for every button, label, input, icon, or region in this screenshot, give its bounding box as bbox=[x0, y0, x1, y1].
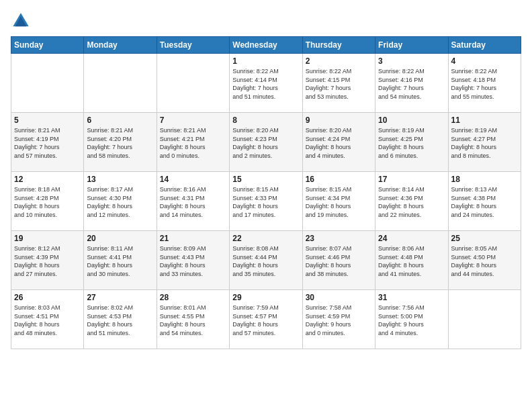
day-info: Sunrise: 8:20 AM Sunset: 4:24 PM Dayligh… bbox=[306, 126, 372, 160]
day-info: Sunrise: 8:13 AM Sunset: 4:38 PM Dayligh… bbox=[451, 185, 518, 219]
week-row-4: 26Sunrise: 8:03 AM Sunset: 4:51 PM Dayli… bbox=[11, 290, 521, 349]
calendar-cell: 19Sunrise: 8:12 AM Sunset: 4:39 PM Dayli… bbox=[11, 231, 84, 290]
calendar-cell: 3Sunrise: 8:22 AM Sunset: 4:16 PM Daylig… bbox=[375, 54, 448, 113]
calendar-cell: 21Sunrise: 8:09 AM Sunset: 4:43 PM Dayli… bbox=[157, 231, 229, 290]
calendar-cell: 15Sunrise: 8:15 AM Sunset: 4:33 PM Dayli… bbox=[230, 172, 302, 231]
day-number: 23 bbox=[306, 234, 372, 243]
day-number: 6 bbox=[87, 116, 153, 125]
calendar-cell: 25Sunrise: 8:05 AM Sunset: 4:50 PM Dayli… bbox=[448, 231, 521, 290]
day-info: Sunrise: 8:21 AM Sunset: 4:19 PM Dayligh… bbox=[14, 126, 81, 160]
day-number: 1 bbox=[232, 56, 299, 66]
calendar: SundayMondayTuesdayWednesdayThursdayFrid… bbox=[11, 36, 521, 349]
weekday-header-saturday: Saturday bbox=[448, 37, 521, 54]
calendar-cell: 18Sunrise: 8:13 AM Sunset: 4:38 PM Dayli… bbox=[448, 172, 521, 231]
day-info: Sunrise: 7:56 AM Sunset: 5:00 PM Dayligh… bbox=[378, 304, 445, 337]
day-number: 27 bbox=[87, 293, 153, 302]
calendar-cell: 12Sunrise: 8:18 AM Sunset: 4:28 PM Dayli… bbox=[11, 172, 84, 231]
calendar-cell: 9Sunrise: 8:20 AM Sunset: 4:24 PM Daylig… bbox=[302, 113, 375, 172]
day-number: 26 bbox=[14, 293, 81, 302]
day-info: Sunrise: 8:15 AM Sunset: 4:34 PM Dayligh… bbox=[306, 185, 372, 219]
calendar-cell: 11Sunrise: 8:19 AM Sunset: 4:27 PM Dayli… bbox=[448, 113, 521, 172]
day-number: 29 bbox=[232, 293, 299, 302]
day-info: Sunrise: 8:22 AM Sunset: 4:15 PM Dayligh… bbox=[306, 67, 372, 101]
day-number: 18 bbox=[451, 175, 518, 184]
calendar-cell: 28Sunrise: 8:01 AM Sunset: 4:55 PM Dayli… bbox=[157, 290, 229, 349]
calendar-cell: 13Sunrise: 8:17 AM Sunset: 4:30 PM Dayli… bbox=[84, 172, 157, 231]
calendar-cell: 17Sunrise: 8:14 AM Sunset: 4:36 PM Dayli… bbox=[375, 172, 448, 231]
week-row-0: 1Sunrise: 8:22 AM Sunset: 4:14 PM Daylig… bbox=[11, 54, 521, 113]
day-number: 30 bbox=[306, 293, 372, 302]
day-number: 31 bbox=[378, 293, 445, 302]
day-number: 14 bbox=[160, 175, 226, 184]
weekday-header-friday: Friday bbox=[375, 37, 448, 54]
week-row-3: 19Sunrise: 8:12 AM Sunset: 4:39 PM Dayli… bbox=[11, 231, 521, 290]
week-row-2: 12Sunrise: 8:18 AM Sunset: 4:28 PM Dayli… bbox=[11, 172, 521, 231]
weekday-header-tuesday: Tuesday bbox=[157, 37, 229, 54]
day-info: Sunrise: 8:07 AM Sunset: 4:46 PM Dayligh… bbox=[306, 244, 372, 278]
day-number: 28 bbox=[160, 293, 226, 302]
day-info: Sunrise: 8:19 AM Sunset: 4:27 PM Dayligh… bbox=[451, 126, 518, 160]
week-row-1: 5Sunrise: 8:21 AM Sunset: 4:19 PM Daylig… bbox=[11, 113, 521, 172]
calendar-cell: 8Sunrise: 8:20 AM Sunset: 4:23 PM Daylig… bbox=[230, 113, 302, 172]
calendar-cell: 14Sunrise: 8:16 AM Sunset: 4:31 PM Dayli… bbox=[157, 172, 229, 231]
day-number: 3 bbox=[378, 56, 445, 66]
logo bbox=[11, 11, 34, 31]
day-info: Sunrise: 8:15 AM Sunset: 4:33 PM Dayligh… bbox=[232, 185, 299, 219]
day-info: Sunrise: 8:09 AM Sunset: 4:43 PM Dayligh… bbox=[160, 244, 226, 278]
day-info: Sunrise: 8:06 AM Sunset: 4:48 PM Dayligh… bbox=[378, 244, 445, 278]
calendar-cell: 26Sunrise: 8:03 AM Sunset: 4:51 PM Dayli… bbox=[11, 290, 84, 349]
calendar-cell: 2Sunrise: 8:22 AM Sunset: 4:15 PM Daylig… bbox=[302, 54, 375, 113]
calendar-cell: 4Sunrise: 8:22 AM Sunset: 4:18 PM Daylig… bbox=[448, 54, 521, 113]
calendar-cell: 16Sunrise: 8:15 AM Sunset: 4:34 PM Dayli… bbox=[302, 172, 375, 231]
calendar-cell bbox=[11, 54, 84, 113]
day-number: 21 bbox=[160, 234, 226, 243]
day-info: Sunrise: 8:22 AM Sunset: 4:16 PM Dayligh… bbox=[378, 67, 445, 101]
calendar-cell: 7Sunrise: 8:21 AM Sunset: 4:21 PM Daylig… bbox=[157, 113, 229, 172]
day-info: Sunrise: 8:08 AM Sunset: 4:44 PM Dayligh… bbox=[232, 244, 299, 278]
page: SundayMondayTuesdayWednesdayThursdayFrid… bbox=[0, 0, 532, 411]
day-info: Sunrise: 8:21 AM Sunset: 4:20 PM Dayligh… bbox=[87, 126, 153, 160]
day-info: Sunrise: 7:59 AM Sunset: 4:57 PM Dayligh… bbox=[232, 304, 299, 337]
day-number: 10 bbox=[378, 116, 445, 125]
header bbox=[11, 11, 521, 31]
day-info: Sunrise: 8:17 AM Sunset: 4:30 PM Dayligh… bbox=[87, 185, 153, 219]
calendar-cell: 30Sunrise: 7:58 AM Sunset: 4:59 PM Dayli… bbox=[302, 290, 375, 349]
calendar-cell bbox=[84, 54, 157, 113]
logo-icon bbox=[11, 11, 31, 31]
calendar-cell: 6Sunrise: 8:21 AM Sunset: 4:20 PM Daylig… bbox=[84, 113, 157, 172]
day-info: Sunrise: 8:14 AM Sunset: 4:36 PM Dayligh… bbox=[378, 185, 445, 219]
day-number: 22 bbox=[232, 234, 299, 243]
day-info: Sunrise: 8:19 AM Sunset: 4:25 PM Dayligh… bbox=[378, 126, 445, 160]
day-info: Sunrise: 8:20 AM Sunset: 4:23 PM Dayligh… bbox=[232, 126, 299, 160]
day-number: 16 bbox=[306, 175, 372, 184]
day-number: 17 bbox=[378, 175, 445, 184]
day-info: Sunrise: 8:05 AM Sunset: 4:50 PM Dayligh… bbox=[451, 244, 518, 278]
day-info: Sunrise: 8:21 AM Sunset: 4:21 PM Dayligh… bbox=[160, 126, 226, 160]
day-info: Sunrise: 8:11 AM Sunset: 4:41 PM Dayligh… bbox=[87, 244, 153, 278]
day-number: 2 bbox=[306, 56, 372, 66]
day-info: Sunrise: 7:58 AM Sunset: 4:59 PM Dayligh… bbox=[306, 304, 372, 337]
calendar-cell: 22Sunrise: 8:08 AM Sunset: 4:44 PM Dayli… bbox=[230, 231, 302, 290]
weekday-header-thursday: Thursday bbox=[302, 37, 375, 54]
calendar-cell: 5Sunrise: 8:21 AM Sunset: 4:19 PM Daylig… bbox=[11, 113, 84, 172]
weekday-header-monday: Monday bbox=[84, 37, 157, 54]
calendar-cell: 10Sunrise: 8:19 AM Sunset: 4:25 PM Dayli… bbox=[375, 113, 448, 172]
day-info: Sunrise: 8:22 AM Sunset: 4:14 PM Dayligh… bbox=[232, 67, 299, 101]
day-number: 12 bbox=[14, 175, 81, 184]
day-number: 13 bbox=[87, 175, 153, 184]
calendar-cell bbox=[448, 290, 521, 349]
weekday-header-sunday: Sunday bbox=[11, 37, 84, 54]
day-info: Sunrise: 8:12 AM Sunset: 4:39 PM Dayligh… bbox=[14, 244, 81, 278]
day-number: 4 bbox=[451, 56, 518, 66]
day-number: 7 bbox=[160, 116, 226, 125]
day-info: Sunrise: 8:03 AM Sunset: 4:51 PM Dayligh… bbox=[14, 304, 81, 337]
day-info: Sunrise: 8:18 AM Sunset: 4:28 PM Dayligh… bbox=[14, 185, 81, 219]
calendar-cell: 20Sunrise: 8:11 AM Sunset: 4:41 PM Dayli… bbox=[84, 231, 157, 290]
weekday-header-wednesday: Wednesday bbox=[230, 37, 302, 54]
calendar-cell: 29Sunrise: 7:59 AM Sunset: 4:57 PM Dayli… bbox=[230, 290, 302, 349]
day-number: 24 bbox=[378, 234, 445, 243]
day-number: 20 bbox=[87, 234, 153, 243]
day-number: 9 bbox=[306, 116, 372, 125]
day-info: Sunrise: 8:02 AM Sunset: 4:53 PM Dayligh… bbox=[87, 304, 153, 337]
calendar-cell: 23Sunrise: 8:07 AM Sunset: 4:46 PM Dayli… bbox=[302, 231, 375, 290]
